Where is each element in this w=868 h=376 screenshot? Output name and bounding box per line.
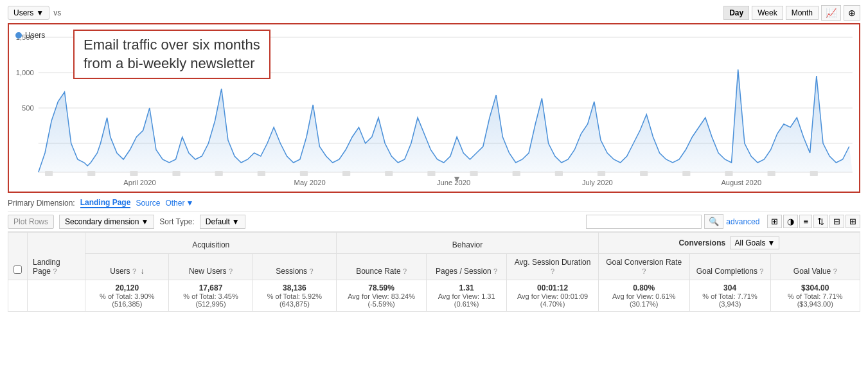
all-goals-label: All Goals bbox=[734, 238, 765, 247]
svg-rect-31 bbox=[768, 171, 775, 176]
svg-rect-26 bbox=[555, 171, 563, 176]
pages-session-help-icon[interactable]: ? bbox=[493, 267, 497, 275]
week-button[interactable]: Week bbox=[752, 6, 783, 20]
svg-rect-25 bbox=[513, 171, 520, 176]
svg-rect-30 bbox=[725, 171, 732, 176]
totals-bounce-rate-cell: 78.59% Avg for View: 83.24% (-5.59%) bbox=[337, 280, 427, 312]
primary-dimension-label: Primary Dimension: bbox=[8, 199, 75, 208]
landing-page-link[interactable]: Landing Page bbox=[80, 198, 131, 208]
conversions-header: Conversions All Goals ▼ bbox=[598, 233, 860, 254]
totals-goal-value-value: $304.00 bbox=[801, 283, 829, 292]
avg-session-help-icon[interactable]: ? bbox=[551, 267, 554, 275]
users-header-label: Users bbox=[110, 267, 130, 276]
users-legend-label: Users bbox=[25, 31, 45, 40]
sessions-column-header: Sessions ? bbox=[252, 254, 337, 280]
totals-avg-session-value: 00:01:12 bbox=[537, 283, 568, 292]
totals-avg-session-sub: Avg for View: 00:01:09 (4.70%) bbox=[512, 292, 593, 308]
grid-view-button[interactable]: ⊞ bbox=[767, 215, 782, 228]
totals-avg-session-cell: 00:01:12 Avg for View: 00:01:09 (4.70%) bbox=[507, 280, 599, 312]
secondary-dimension-button[interactable]: Secondary dimension ▼ bbox=[59, 215, 154, 229]
goal-completions-column-header: Goal Completions ? bbox=[689, 254, 770, 280]
top-controls: Users ▼ vs Day Week Month 📈 ⊕ bbox=[8, 5, 860, 21]
goal-completions-help-icon[interactable]: ? bbox=[759, 267, 763, 275]
line-chart-icon[interactable]: 📈 bbox=[821, 5, 841, 21]
chevron-down-icon-sort: ▼ bbox=[232, 217, 240, 226]
pie-view-button[interactable]: ◑ bbox=[783, 215, 798, 228]
totals-users-sub: % of Total: 3.90% (516,385) bbox=[91, 292, 163, 308]
users-help-icon[interactable]: ? bbox=[132, 267, 136, 275]
totals-new-users-cell: 17,687 % of Total: 3.45% (512,995) bbox=[169, 280, 252, 312]
chevron-down-icon-goals: ▼ bbox=[768, 238, 775, 247]
search-input[interactable] bbox=[586, 215, 702, 229]
landing-page-header: Landing Page ? bbox=[28, 233, 85, 280]
svg-rect-19 bbox=[258, 171, 265, 176]
goal-value-help-icon[interactable]: ? bbox=[833, 267, 837, 275]
table-controls: Plot Rows Secondary dimension ▼ Sort Typ… bbox=[8, 211, 860, 232]
search-button[interactable]: 🔍 bbox=[704, 214, 723, 229]
sort-type-button[interactable]: Default ▼ bbox=[200, 215, 245, 229]
pages-session-column-header: Pages / Session ? bbox=[426, 254, 506, 280]
day-button[interactable]: Day bbox=[723, 6, 749, 20]
other-dropdown[interactable]: Other ▼ bbox=[165, 199, 193, 208]
totals-goal-value-cell: $304.00 % of Total: 7.71% ($3,943.00) bbox=[770, 280, 860, 312]
table-totals-row: 20,120 % of Total: 3.90% (516,385) 17,68… bbox=[8, 280, 860, 312]
new-users-header-label: New Users bbox=[189, 267, 227, 276]
secondary-dim-label: Secondary dimension bbox=[65, 217, 139, 226]
users-legend-dot bbox=[15, 32, 22, 39]
svg-text:April 2020: April 2020 bbox=[123, 179, 155, 186]
search-container: 🔍 advanced bbox=[586, 214, 759, 229]
behavior-header: Behavior bbox=[337, 233, 599, 254]
svg-rect-16 bbox=[130, 171, 137, 176]
all-goals-button[interactable]: All Goals ▼ bbox=[730, 237, 779, 249]
totals-checkbox-cell bbox=[8, 280, 28, 312]
advanced-link[interactable]: advanced bbox=[726, 217, 759, 226]
goal-conv-rate-header-label: Goal Conversion Rate bbox=[606, 258, 682, 267]
totals-users-cell: 20,120 % of Total: 3.90% (516,385) bbox=[85, 280, 169, 312]
sessions-help-icon[interactable]: ? bbox=[309, 267, 313, 275]
dimension-dropdown[interactable]: Users ▼ bbox=[8, 6, 49, 20]
avg-session-header-label: Avg. Session Duration bbox=[515, 258, 591, 267]
list-view-button[interactable]: ≡ bbox=[799, 215, 812, 228]
annotation-line2: from a bi-weekly newsletter bbox=[84, 55, 255, 71]
totals-sessions-value: 38,136 bbox=[283, 283, 306, 292]
chart-area: Email traffic over six months from a bi-… bbox=[8, 23, 860, 193]
svg-rect-23 bbox=[427, 171, 435, 176]
totals-goal-completions-value: 304 bbox=[723, 283, 736, 292]
multi-view-button[interactable]: ⊞ bbox=[846, 215, 860, 228]
sessions-header-label: Sessions bbox=[276, 267, 307, 276]
chart-legend: Users bbox=[15, 31, 45, 40]
svg-text:1,000: 1,000 bbox=[16, 69, 34, 76]
svg-rect-14 bbox=[45, 171, 53, 176]
primary-dimension-bar: Primary Dimension: Landing Page Source O… bbox=[8, 194, 860, 211]
select-all-checkbox[interactable] bbox=[13, 265, 22, 274]
bounce-rate-column-header: Bounce Rate ? bbox=[337, 254, 427, 280]
new-users-help-icon[interactable]: ? bbox=[229, 267, 233, 275]
totals-goal-completions-sub: % of Total: 7.71% (3,943) bbox=[695, 292, 765, 308]
source-link[interactable]: Source bbox=[136, 199, 160, 208]
pie-chart-icon[interactable]: ⊕ bbox=[844, 5, 860, 21]
goal-completions-header-label: Goal Completions bbox=[696, 267, 757, 276]
bounce-rate-help-icon[interactable]: ? bbox=[403, 267, 407, 275]
svg-rect-22 bbox=[385, 171, 393, 176]
svg-rect-15 bbox=[87, 171, 95, 176]
month-button[interactable]: Month bbox=[786, 6, 819, 20]
other-label: Other bbox=[165, 199, 184, 208]
chevron-down-icon-other: ▼ bbox=[186, 199, 193, 208]
goal-conv-rate-help-icon[interactable]: ? bbox=[642, 267, 646, 275]
svg-rect-32 bbox=[810, 171, 818, 176]
right-controls: Day Week Month 📈 ⊕ bbox=[723, 5, 860, 21]
conversions-label: Conversions bbox=[678, 238, 725, 247]
pivot-view-button[interactable]: ⊟ bbox=[829, 215, 844, 228]
totals-goal-conv-rate-value: 0.80% bbox=[633, 283, 655, 292]
plot-rows-button[interactable]: Plot Rows bbox=[8, 215, 54, 229]
svg-rect-29 bbox=[682, 171, 690, 176]
table-header-group-row: Landing Page ? Acquisition Behavior Conv… bbox=[8, 233, 860, 254]
svg-text:500: 500 bbox=[22, 104, 34, 112]
table-column-header-row: Users ? ↓ New Users ? Sessions ? Bounce … bbox=[8, 254, 860, 280]
sort-view-button[interactable]: ⇅ bbox=[813, 215, 828, 228]
svg-rect-28 bbox=[640, 171, 648, 176]
landing-page-help-icon[interactable]: ? bbox=[53, 267, 57, 275]
acquisition-header: Acquisition bbox=[85, 233, 337, 254]
totals-bounce-rate-sub: Avg for View: 83.24% (-5.59%) bbox=[342, 292, 421, 308]
totals-goal-conv-rate-cell: 0.80% Avg for View: 0.61% (30.17%) bbox=[598, 280, 689, 312]
